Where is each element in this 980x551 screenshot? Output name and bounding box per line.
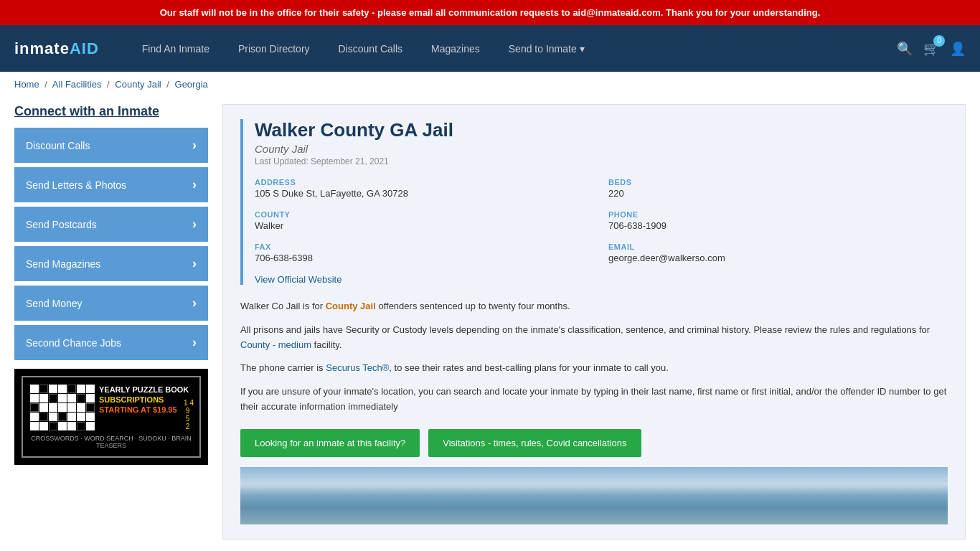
desc-paragraph-4: If you are unsure of your inmate's locat… — [240, 385, 948, 415]
breadcrumb: Home / All Facilities / County Jail / Ge… — [0, 72, 980, 97]
county-label: COUNTY — [255, 210, 594, 219]
nav-discount-calls[interactable]: Discount Calls — [324, 29, 417, 69]
county-value: Walker — [255, 220, 594, 231]
sidebar-btn-discount-calls[interactable]: Discount Calls › — [14, 128, 208, 163]
action-buttons: Looking for an inmate at this facility? … — [240, 429, 948, 457]
logo-text: inmateAID — [14, 39, 99, 57]
ad-categories: CROSSWORDS · WORD SEARCH · SUDOKU · BRAI… — [30, 435, 192, 449]
county-medium-link[interactable]: County - medium — [240, 339, 311, 350]
nav-find-inmate[interactable]: Find An Inmate — [128, 29, 224, 69]
sidebar: Connect with an Inmate Discount Calls › … — [14, 104, 208, 540]
sidebar-btn-second-chance[interactable]: Second Chance Jobs › — [14, 325, 208, 360]
breadcrumb-sep-2: / — [107, 79, 110, 90]
arrow-icon-0: › — [192, 138, 197, 153]
facility-header: Walker County GA Jail County Jail Last U… — [240, 119, 948, 285]
phone-value: 706-638-1909 — [608, 220, 948, 231]
dropdown-arrow-icon: ▾ — [580, 43, 585, 55]
cart-badge: 0 — [933, 35, 945, 47]
ad-title-line2: SUBSCRIPTIONS — [99, 395, 189, 405]
visitations-button[interactable]: Visitations - times, rules, Covid cancel… — [428, 429, 641, 457]
main-content: Connect with an Inmate Discount Calls › … — [0, 97, 980, 547]
view-website-link[interactable]: View Official Website — [255, 274, 341, 285]
nav-prison-directory[interactable]: Prison Directory — [224, 29, 324, 69]
nav-magazines[interactable]: Magazines — [417, 29, 494, 69]
desc-paragraph-3: The phone carrier is Securus Tech®, to s… — [240, 361, 948, 376]
nav-send-to-inmate[interactable]: Send to Inmate ▾ — [494, 29, 599, 69]
breadcrumb-home[interactable]: Home — [14, 79, 39, 90]
desc-paragraph-2: All prisons and jails have Security or C… — [240, 323, 948, 353]
nav-links: Find An Inmate Prison Directory Discount… — [128, 29, 897, 69]
phone-label: PHONE — [608, 210, 948, 219]
facility-description: Walker Co Jail is for County Jail offend… — [240, 299, 948, 415]
sidebar-title: Connect with an Inmate — [14, 104, 208, 119]
phone-block: PHONE 706-638-1909 — [608, 210, 948, 231]
facility-info-grid: ADDRESS 105 S Duke St, LaFayette, GA 307… — [255, 178, 948, 263]
navbar: inmateAID Find An Inmate Prison Director… — [0, 25, 980, 72]
sidebar-btn-send-magazines[interactable]: Send Magazines › — [14, 246, 208, 281]
beds-block: BEDS 220 — [608, 178, 948, 199]
arrow-icon-3: › — [192, 256, 197, 271]
ad-subtitle: STARTING AT $19.95 — [99, 405, 189, 414]
puzzle-grid — [30, 385, 95, 430]
logo[interactable]: inmateAID — [14, 39, 99, 58]
arrow-icon-4: › — [192, 296, 197, 311]
beds-label: BEDS — [608, 178, 948, 187]
securus-tech-link[interactable]: Securus Tech® — [326, 362, 389, 373]
fax-value: 706-638-6398 — [255, 253, 594, 263]
email-value: george.deer@walkerso.com — [608, 253, 948, 263]
search-icon[interactable]: 🔍 — [897, 41, 913, 57]
sidebar-btn-send-letters[interactable]: Send Letters & Photos › — [14, 167, 208, 202]
breadcrumb-county-jail[interactable]: County Jail — [115, 79, 161, 90]
arrow-icon-2: › — [192, 217, 197, 232]
navbar-icons: 🔍 🛒 0 👤 — [897, 41, 966, 57]
alert-banner: Our staff will not be in the office for … — [0, 0, 980, 25]
puzzle-ad-inner: YEARLY PUZZLE BOOK SUBSCRIPTIONS STARTIN… — [22, 376, 201, 458]
sidebar-btn-send-money[interactable]: Send Money › — [14, 286, 208, 321]
facility-type: County Jail — [255, 143, 948, 155]
puzzle-ad[interactable]: YEARLY PUZZLE BOOK SUBSCRIPTIONS STARTIN… — [14, 369, 208, 465]
email-label: EMAIL — [608, 242, 948, 251]
ad-text-block: YEARLY PUZZLE BOOK SUBSCRIPTIONS STARTIN… — [99, 385, 189, 414]
arrow-icon-5: › — [192, 335, 197, 350]
email-block: EMAIL george.deer@walkerso.com — [608, 242, 948, 263]
breadcrumb-sep-3: / — [166, 79, 169, 90]
facility-updated: Last Updated: September 21, 2021 — [255, 156, 948, 166]
address-value: 105 S Duke St, LaFayette, GA 30728 — [255, 188, 594, 199]
address-block: ADDRESS 105 S Duke St, LaFayette, GA 307… — [255, 178, 594, 199]
ad-title-line1: YEARLY PUZZLE BOOK — [99, 385, 189, 395]
alert-text: Our staff will not be in the office for … — [160, 7, 821, 18]
breadcrumb-sep-1: / — [44, 79, 47, 90]
user-icon[interactable]: 👤 — [950, 41, 966, 57]
beds-value: 220 — [608, 188, 948, 199]
fax-block: FAX 706-638-6398 — [255, 242, 594, 263]
arrow-icon-1: › — [192, 177, 197, 192]
desc-paragraph-1: Walker Co Jail is for County Jail offend… — [240, 299, 948, 314]
address-label: ADDRESS — [255, 178, 594, 187]
facility-name: Walker County GA Jail — [255, 119, 948, 141]
county-jail-link[interactable]: County Jail — [326, 301, 376, 311]
inmate-search-button[interactable]: Looking for an inmate at this facility? — [240, 429, 420, 457]
breadcrumb-all-facilities[interactable]: All Facilities — [52, 79, 102, 90]
cart-wrapper[interactable]: 🛒 0 — [923, 41, 939, 57]
sidebar-btn-send-postcards[interactable]: Send Postcards › — [14, 207, 208, 242]
facility-panel: Walker County GA Jail County Jail Last U… — [222, 104, 966, 540]
facility-image-strip — [240, 467, 948, 524]
fax-label: FAX — [255, 242, 594, 251]
county-block: COUNTY Walker — [255, 210, 594, 231]
ad-numbers: 1 4 9 5 2 — [184, 399, 194, 430]
breadcrumb-georgia[interactable]: Georgia — [175, 79, 208, 90]
